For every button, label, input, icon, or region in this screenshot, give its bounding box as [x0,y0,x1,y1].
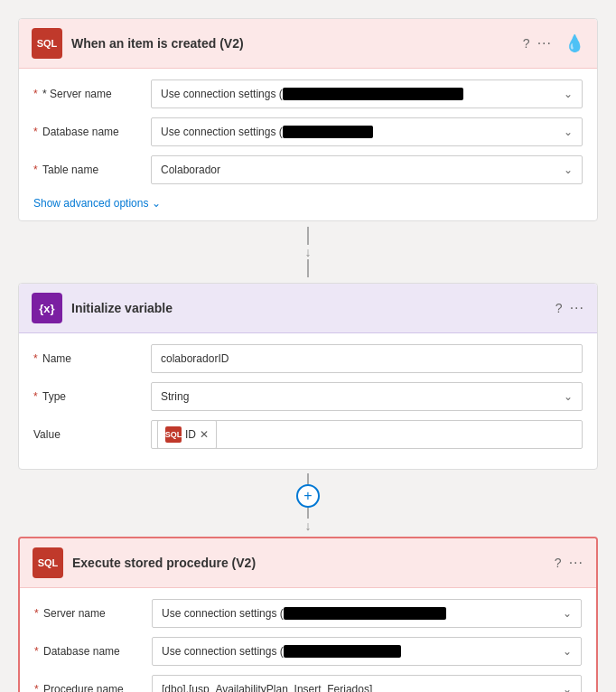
trigger-more-icon[interactable]: ··· [537,35,552,51]
connector-plus-line-bottom [307,508,309,519]
variable-type-arrow: ⌄ [564,390,573,403]
trigger-server-select[interactable]: Use connection settings ( ⌄ [151,79,583,108]
trigger-card-body: * * Server name Use connection settings … [19,69,597,220]
trigger-db-redacted [283,126,373,138]
trigger-table-arrow: ⌄ [564,164,573,176]
procedure-server-arrow: ⌄ [563,607,572,620]
advanced-chevron-icon: ⌄ [152,197,161,210]
variable-value-label: Value [33,428,151,441]
connector-line-1 [307,227,309,245]
variable-id-chip: SQL ID ✕ [157,420,217,449]
procedure-name-label: * Procedure name [34,683,152,692]
procedure-db-arrow: ⌄ [563,645,572,658]
trigger-db-value: Use connection settings ( [161,126,564,139]
trigger-server-redacted [283,88,463,100]
trigger-card-title: When an item is created (V2) [71,36,523,51]
trigger-table-row: * Table name Colaborador ⌄ [33,155,583,184]
procedure-name-row: * Procedure name [dbo].[usp_Availability… [34,675,582,692]
procedure-card-body: * Server name Use connection settings ( … [20,588,596,692]
procedure-name-arrow: ⌄ [563,683,572,692]
procedure-card-title: Execute stored procedure (V2) [72,556,555,570]
add-step-button[interactable]: + [296,484,320,508]
procedure-server-label: * Server name [34,607,152,620]
variable-type-select[interactable]: String ⌄ [151,382,583,411]
procedure-db-label: * Database name [34,645,152,658]
variable-value-row: Value SQL ID ✕ [33,420,583,449]
procedure-server-select[interactable]: Use connection settings ( ⌄ [152,599,582,628]
variable-icon: {x} [32,293,62,323]
variable-name-label: * Name [33,352,151,365]
trigger-server-label: * * Server name [33,88,151,100]
procedure-name-value: [dbo].[usp_AvailabilityPlan_Insert_Feria… [162,683,563,692]
trigger-db-arrow: ⌄ [564,126,573,138]
procedure-server-redacted [284,607,446,620]
procedure-name-select[interactable]: [dbo].[usp_AvailabilityPlan_Insert_Feria… [152,675,582,692]
variable-chip-label: ID [185,428,196,441]
trigger-db-select[interactable]: Use connection settings ( ⌄ [151,117,583,146]
variable-name-value: colaboradorID [161,352,229,365]
procedure-db-redacted [284,645,401,658]
variable-type-value: String [161,390,564,403]
variable-type-row: * Type String ⌄ [33,382,583,411]
variable-card-header: {x} Initialize variable ? ··· [19,284,597,333]
trigger-db-label: * Database name [33,126,151,138]
connector-arrow-1: ↓ [305,245,312,259]
trigger-db-row: * Database name Use connection settings … [33,117,583,146]
connector-1: ↓ [18,221,598,283]
trigger-table-value: Colaborador [161,164,564,176]
variable-help-icon[interactable]: ? [555,301,563,315]
connector-arrow-2: ↓ [305,519,312,533]
trigger-help-icon[interactable]: ? [523,36,530,51]
trigger-icon: SQL [32,28,62,59]
procedure-icon: SQL [33,547,63,578]
trigger-table-select[interactable]: Colaborador ⌄ [151,155,583,184]
connector-line-1b [307,259,309,277]
water-drop-icon: 💧 [565,33,584,53]
variable-type-label: * Type [33,390,151,403]
variable-value-input[interactable]: SQL ID ✕ [151,420,583,449]
variable-chip-icon: SQL [165,426,182,443]
procedure-server-value: Use connection settings ( [162,607,563,621]
variable-name-row: * Name colaboradorID [33,344,583,373]
variable-card: {x} Initialize variable ? ··· * Name col… [18,283,598,470]
trigger-server-value: Use connection settings ( [161,88,564,101]
variable-card-actions: ? ··· [555,300,584,316]
procedure-db-value: Use connection settings ( [162,645,563,659]
procedure-help-icon[interactable]: ? [555,556,562,570]
trigger-server-row: * * Server name Use connection settings … [33,79,583,108]
procedure-card-header: SQL Execute stored procedure (V2) ? ··· [20,538,596,588]
trigger-server-arrow: ⌄ [564,88,573,100]
variable-card-body: * Name colaboradorID * Type String ⌄ Val… [19,333,597,469]
connector-plus-line-top [307,473,309,484]
procedure-db-select[interactable]: Use connection settings ( ⌄ [152,637,582,666]
show-advanced-link[interactable]: Show advanced options ⌄ [33,193,583,210]
trigger-table-label: * Table name [33,164,151,176]
procedure-more-icon[interactable]: ··· [569,555,583,571]
variable-chip-close[interactable]: ✕ [200,428,209,441]
procedure-server-row: * Server name Use connection settings ( … [34,599,582,628]
trigger-card-header: SQL When an item is created (V2) ? ··· 💧 [19,19,597,69]
trigger-card: SQL When an item is created (V2) ? ··· 💧… [18,18,598,221]
variable-more-icon[interactable]: ··· [570,300,584,316]
procedure-card-actions: ? ··· [555,555,583,571]
procedure-card: SQL Execute stored procedure (V2) ? ··· … [18,537,598,692]
variable-card-title: Initialize variable [71,301,555,315]
variable-name-input[interactable]: colaboradorID [151,344,583,373]
connector-plus-1: + ↓ [18,470,598,537]
trigger-card-actions: ? ··· 💧 [523,33,584,53]
procedure-db-row: * Database name Use connection settings … [34,637,582,666]
